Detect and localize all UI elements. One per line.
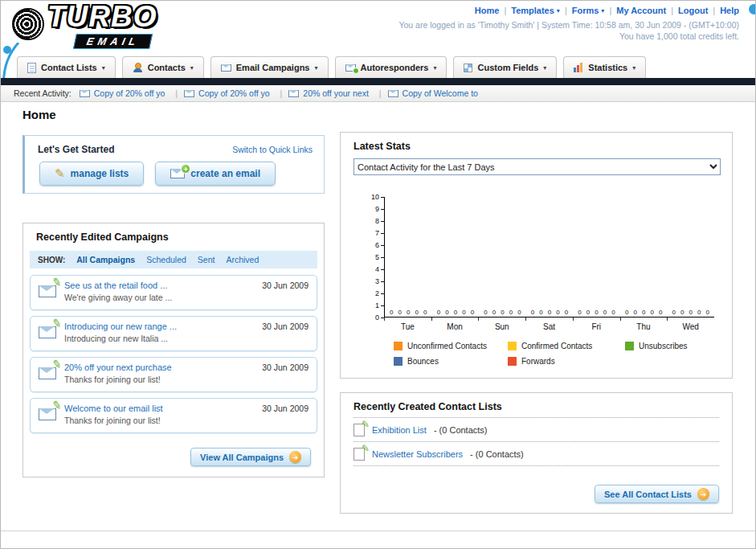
top-link-my-account[interactable]: My Account bbox=[616, 6, 666, 15]
chart-value-label: 0 bbox=[548, 309, 551, 316]
recent-activity-link[interactable]: Copy of 20% off yo bbox=[198, 88, 270, 98]
envelope-plus-icon: + bbox=[170, 169, 185, 178]
chart-x-label: Mon bbox=[431, 322, 479, 331]
chart-y-label: 4 bbox=[375, 265, 384, 273]
campaign-date: 30 Jun 2009 bbox=[262, 281, 309, 305]
legend-item: Bounces bbox=[394, 357, 508, 366]
arrow-icon: ➔ bbox=[697, 488, 709, 500]
campaign-title-link[interactable]: See us at the retail food ... bbox=[64, 281, 172, 290]
chart-value-label: 0 bbox=[437, 309, 440, 316]
chart-value-label: 0 bbox=[633, 309, 636, 316]
legend-item: Forwards bbox=[508, 357, 625, 366]
contact-list-link[interactable]: Newsletter Subscribers bbox=[372, 449, 463, 459]
legend-item: Unsubscribes bbox=[625, 342, 688, 350]
chart-x-label: Sun bbox=[478, 322, 525, 331]
tab-label: Custom Fields bbox=[477, 63, 538, 72]
app-window: TURBO EMAIL Home Templates▾ Forms▾ My Ac… bbox=[0, 0, 756, 549]
campaign-title-link[interactable]: Introducing our new range ... bbox=[64, 322, 177, 331]
filter-archived[interactable]: Archived bbox=[226, 255, 259, 264]
campaign-title-link[interactable]: 20% off your next purchase bbox=[64, 363, 172, 372]
chart-value-label: 0 bbox=[697, 309, 701, 316]
campaign-row[interactable]: ✎ See us at the retail food ... We're gi… bbox=[30, 275, 317, 310]
contact-lists-icon bbox=[27, 63, 36, 73]
chart-y-axis: 109876543210 bbox=[353, 197, 384, 318]
chart-value-label: 0 bbox=[680, 309, 684, 316]
contact-list-row: ✎ Newsletter Subscribers - (0 Contacts) bbox=[353, 442, 719, 466]
session-info: You are logged in as 'Timothy Smith' | S… bbox=[398, 19, 739, 42]
login-status: You are logged in as 'Timothy Smith' | S… bbox=[398, 19, 739, 31]
filter-sent[interactable]: Sent bbox=[198, 255, 215, 264]
legend-swatch bbox=[394, 342, 403, 350]
chart-value-group: 00000 bbox=[479, 309, 526, 316]
see-all-contact-lists-button[interactable]: See All Contact Lists ➔ bbox=[595, 485, 719, 503]
campaign-title-link[interactable]: Welcome to our email list bbox=[64, 404, 163, 413]
top-link-templates[interactable]: Templates bbox=[511, 6, 554, 15]
credits-status: You have 1,000 total credits left. bbox=[398, 31, 739, 42]
tab-autoresponders[interactable]: Autoresponders ▾ bbox=[335, 56, 447, 78]
envelope-icon bbox=[288, 90, 299, 97]
chart-y-label: 7 bbox=[375, 229, 384, 237]
tab-email-campaigns[interactable]: Email Campaigns ▾ bbox=[210, 56, 329, 78]
campaign-envelope-icon: ✎ bbox=[39, 407, 56, 428]
stats-legend: Unconfirmed ContactsConfirmed ContactsUn… bbox=[394, 342, 688, 366]
chart-value-label: 0 bbox=[454, 309, 457, 316]
button-label: create an email bbox=[190, 168, 260, 179]
contact-lists-title: Recently Created Contact Lists bbox=[353, 401, 502, 412]
campaign-envelope-icon: ✎ bbox=[39, 366, 56, 387]
tab-custom-fields[interactable]: Custom Fields ▾ bbox=[453, 56, 557, 78]
filter-scheduled[interactable]: Scheduled bbox=[146, 255, 186, 264]
campaign-row[interactable]: ✎ Introducing our new range ... Introduc… bbox=[30, 316, 317, 351]
campaign-row[interactable]: ✎ 20% off your next purchase Thanks for … bbox=[30, 357, 317, 392]
envelope-icon bbox=[184, 90, 194, 97]
tab-contact-lists[interactable]: Contact Lists ▾ bbox=[17, 56, 116, 78]
view-all-campaigns-button[interactable]: View All Campaigns ➔ bbox=[190, 448, 311, 466]
recent-activity-item: Copy of Welcome to bbox=[388, 88, 478, 98]
create-email-button[interactable]: + create an email bbox=[155, 162, 276, 186]
recent-activity-link[interactable]: 20% off your next bbox=[303, 88, 369, 98]
recent-activity-link[interactable]: Copy of 20% off yo bbox=[94, 88, 166, 98]
chart-value-label: 0 bbox=[650, 309, 653, 316]
autoresponders-icon bbox=[345, 64, 356, 72]
tab-contacts[interactable]: Contacts ▾ bbox=[122, 56, 204, 78]
legend-label: Unsubscribes bbox=[639, 342, 688, 350]
chart-y-label: 5 bbox=[375, 253, 384, 261]
campaign-date: 30 Jun 2009 bbox=[262, 404, 309, 428]
chart-value-label: 0 bbox=[611, 309, 615, 316]
campaign-subtitle: We're giving away our late ... bbox=[64, 293, 172, 302]
chevron-down-icon: ▾ bbox=[543, 64, 546, 72]
campaign-subtitle: Thanks for joining our list! bbox=[64, 416, 163, 425]
chart-y-label: 1 bbox=[375, 301, 384, 309]
top-link-help[interactable]: Help bbox=[720, 6, 739, 15]
chart-value-label: 0 bbox=[659, 309, 662, 316]
chart-value-label: 0 bbox=[501, 309, 504, 316]
logo-dot-icon bbox=[3, 46, 11, 54]
chart-y-label: 8 bbox=[375, 217, 384, 225]
recent-activity-item: Copy of 20% off yo bbox=[80, 88, 184, 98]
chart-value-label: 0 bbox=[462, 309, 465, 316]
campaign-row[interactable]: ✎ Welcome to our email list Thanks for j… bbox=[30, 398, 317, 433]
chart-value-label: 0 bbox=[407, 309, 410, 316]
recent-activity-link[interactable]: Copy of Welcome to bbox=[403, 88, 478, 98]
chart-value-label: 0 bbox=[471, 309, 474, 316]
nav-divider-bar bbox=[1, 78, 755, 85]
contacts-icon bbox=[133, 63, 143, 72]
stats-range-select[interactable]: Contact Activity for the Last 7 Days bbox=[353, 158, 721, 175]
tab-statistics[interactable]: Statistics ▾ bbox=[563, 56, 646, 78]
chart-x-labels: TueMonSunSatFriThuWed bbox=[384, 322, 714, 331]
contact-list-link[interactable]: Exhibition List bbox=[372, 425, 427, 435]
button-label: View All Campaigns bbox=[200, 453, 284, 462]
help-bubble-icon[interactable] bbox=[749, 4, 756, 14]
manage-lists-button[interactable]: ✎ manage lists bbox=[39, 162, 144, 186]
filter-all-campaigns[interactable]: All Campaigns bbox=[76, 255, 135, 264]
tab-label: Contact Lists bbox=[41, 63, 97, 72]
chart-value-label: 0 bbox=[556, 309, 559, 316]
top-link-forms[interactable]: Forms bbox=[572, 6, 599, 15]
chart-value-label: 0 bbox=[484, 309, 487, 316]
recent-contact-lists-panel: Recently Created Contact Lists ✎ Exhibit… bbox=[340, 392, 733, 514]
chart-x-label: Sat bbox=[525, 322, 573, 331]
top-link-home[interactable]: Home bbox=[475, 6, 500, 15]
chart: 109876543210 000000000000000000000000000… bbox=[353, 197, 714, 331]
top-link-logout[interactable]: Logout bbox=[678, 6, 708, 15]
recent-activity-label: Recent Activity: bbox=[14, 88, 72, 98]
switch-quick-links[interactable]: Switch to Quick Links bbox=[232, 145, 313, 154]
